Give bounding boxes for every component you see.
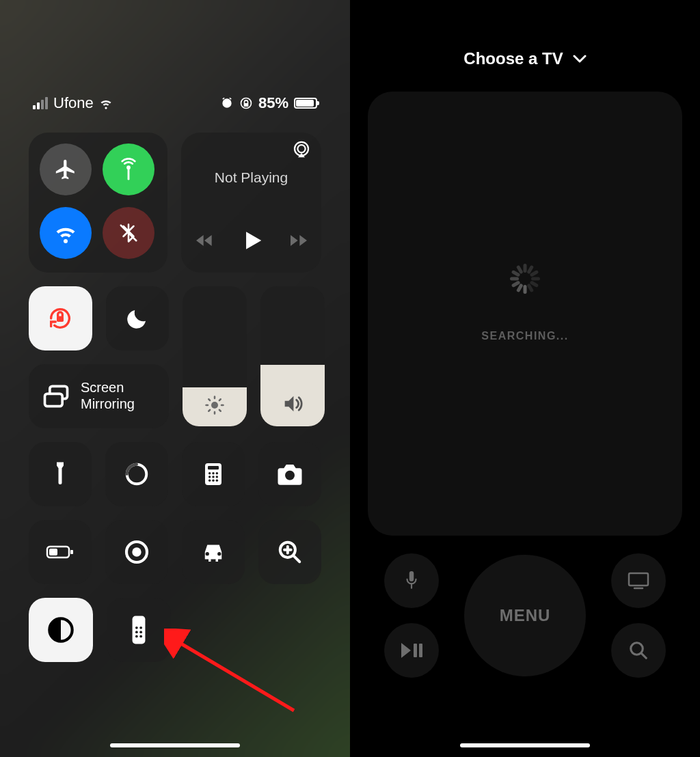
svg-point-29	[212, 480, 214, 482]
svg-point-6	[297, 145, 305, 152]
screen-mirroring-label: Screen Mirroring	[81, 380, 135, 412]
orientation-lock-icon	[239, 96, 253, 110]
svg-point-31	[285, 471, 295, 480]
svg-rect-33	[70, 550, 73, 554]
svg-point-10	[211, 402, 218, 409]
svg-point-30	[216, 480, 218, 482]
svg-line-18	[219, 399, 221, 400]
now-playing-label: Not Playing	[215, 169, 288, 186]
svg-point-28	[208, 480, 211, 482]
svg-point-45	[135, 631, 138, 633]
svg-point-48	[139, 635, 142, 638]
alarm-icon	[220, 96, 234, 110]
volume-slider[interactable]	[260, 286, 325, 426]
cellular-data-button[interactable]	[103, 143, 154, 195]
choose-tv-button[interactable]: Choose a TV	[463, 49, 586, 68]
previous-track-button[interactable]	[193, 230, 215, 251]
rotation-lock-button[interactable]	[29, 286, 92, 350]
home-indicator[interactable]	[110, 743, 240, 747]
search-button[interactable]	[611, 623, 666, 678]
magnifier-button[interactable]	[258, 520, 321, 584]
svg-point-36	[132, 547, 141, 556]
camera-button[interactable]	[258, 442, 321, 506]
media-controls-tile[interactable]: Not Playing	[181, 133, 321, 273]
airplane-mode-button[interactable]	[40, 143, 92, 195]
home-indicator[interactable]	[460, 743, 590, 747]
driving-mode-button[interactable]	[182, 520, 245, 584]
wifi-status-icon	[99, 96, 113, 110]
brightness-icon	[183, 395, 247, 415]
svg-rect-54	[629, 573, 648, 586]
svg-line-15	[208, 399, 210, 400]
battery-icon	[294, 98, 317, 109]
do-not-disturb-button[interactable]	[106, 286, 170, 350]
svg-rect-34	[49, 549, 57, 555]
next-track-button[interactable]	[288, 230, 310, 251]
screen-record-button[interactable]	[105, 520, 168, 584]
low-power-mode-button[interactable]	[29, 520, 92, 584]
volume-icon	[260, 392, 325, 415]
svg-line-57	[641, 653, 646, 658]
flashlight-button[interactable]	[29, 442, 92, 506]
svg-point-26	[212, 476, 214, 478]
svg-rect-52	[414, 644, 417, 657]
svg-point-47	[135, 635, 138, 638]
svg-point-25	[208, 476, 211, 478]
svg-rect-1	[244, 103, 249, 107]
tv-remote-pane: Choose a TV SEARCHING...	[350, 0, 700, 757]
screen-mirroring-button[interactable]: Screen Mirroring	[29, 364, 169, 428]
remote-touchpad[interactable]: SEARCHING...	[368, 92, 682, 536]
svg-point-43	[135, 627, 138, 629]
svg-point-23	[212, 472, 214, 474]
wifi-button[interactable]	[40, 207, 92, 259]
tv-home-button[interactable]	[611, 553, 666, 608]
loading-spinner-icon	[510, 285, 540, 315]
dark-mode-button[interactable]	[29, 598, 93, 662]
choose-tv-label: Choose a TV	[463, 49, 563, 68]
carrier-label: Ufone	[53, 94, 94, 112]
screen-mirroring-icon	[41, 381, 71, 411]
svg-rect-50	[409, 571, 414, 581]
svg-point-44	[139, 627, 142, 629]
timer-button[interactable]	[105, 442, 168, 506]
control-center-pane: Ufone 85%	[0, 0, 350, 757]
apple-tv-remote-button[interactable]	[107, 598, 171, 662]
svg-line-17	[208, 410, 210, 411]
status-bar: Ufone 85%	[29, 94, 321, 112]
svg-rect-42	[133, 616, 146, 644]
svg-point-46	[139, 631, 142, 633]
airplay-icon[interactable]	[291, 139, 312, 160]
battery-percent-label: 85%	[258, 94, 288, 112]
bluetooth-button[interactable]	[103, 207, 154, 259]
chevron-down-icon	[573, 54, 587, 64]
connectivity-group[interactable]	[29, 133, 167, 273]
svg-rect-53	[419, 644, 422, 657]
svg-line-16	[219, 410, 221, 411]
svg-rect-21	[208, 466, 219, 469]
svg-point-22	[208, 472, 211, 474]
menu-button[interactable]: MENU	[464, 555, 586, 676]
siri-voice-button[interactable]	[384, 553, 439, 608]
menu-label: MENU	[500, 606, 551, 625]
svg-rect-9	[45, 394, 63, 406]
cell-signal-icon	[33, 97, 48, 109]
calculator-button[interactable]	[182, 442, 245, 506]
play-button[interactable]	[239, 228, 265, 253]
svg-line-38	[294, 556, 300, 562]
svg-point-24	[216, 472, 218, 474]
brightness-slider[interactable]	[183, 286, 247, 426]
play-pause-button[interactable]	[384, 623, 439, 678]
searching-label: SEARCHING...	[481, 330, 568, 342]
svg-point-27	[216, 476, 218, 478]
